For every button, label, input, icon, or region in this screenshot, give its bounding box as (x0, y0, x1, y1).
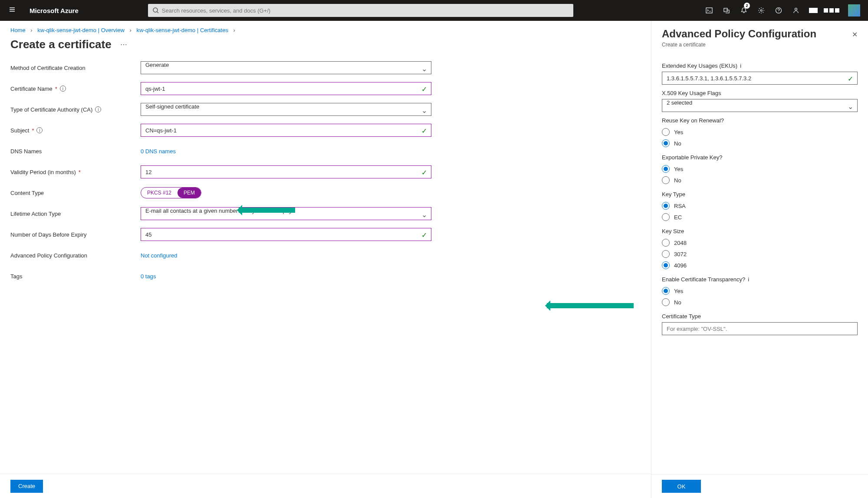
annotation-arrow-keysize (547, 303, 634, 308)
info-icon[interactable]: i (60, 86, 66, 92)
check-icon: ✓ (421, 85, 427, 93)
eku-input[interactable] (662, 72, 858, 85)
search-icon (152, 7, 159, 16)
panel-subtitle: Create a certificate (651, 42, 868, 54)
directories-icon[interactable] (718, 0, 735, 21)
panel-title: Advanced Policy Configuration (662, 28, 852, 40)
cloud-shell-icon[interactable] (700, 0, 718, 21)
certtype-label: Certificate Type (662, 313, 858, 320)
keysize-4096[interactable]: 4096 (662, 260, 858, 271)
eku-label: Extended Key Usages (EKUs)i (662, 63, 858, 69)
x509-select[interactable]: 2 selected (662, 99, 858, 112)
info-icon[interactable]: i (740, 63, 741, 69)
chevron-right-icon: › (233, 27, 235, 33)
check-icon: ✓ (421, 127, 427, 135)
certtype-input[interactable] (662, 322, 858, 335)
export-yes[interactable]: Yes (662, 163, 858, 175)
content-type-pkcs12[interactable]: PKCS #12 (141, 188, 178, 198)
info-icon[interactable]: i (95, 106, 101, 112)
chevron-right-icon: › (130, 27, 132, 33)
content-type-toggle[interactable]: PKCS #12 PEM (141, 187, 201, 198)
method-label: Method of Certificate Creation (10, 65, 141, 71)
adv-policy-link[interactable]: Not configured (141, 250, 178, 261)
help-icon[interactable] (770, 0, 787, 21)
content-type-label: Content Type (10, 190, 141, 196)
export-label: Exportable Private Key? (662, 154, 858, 161)
reuse-radio-group: Yes No (662, 126, 858, 149)
transparency-label: Enable Certificate Transparency?i (662, 276, 858, 283)
ok-button[interactable]: OK (662, 480, 701, 493)
create-button[interactable]: Create (10, 480, 43, 493)
ca-label: Type of Certificate Authority (CA)i (10, 106, 141, 113)
validity-label: Validity Period (in months)* (10, 169, 141, 175)
dns-names-link[interactable]: 0 DNS names (141, 145, 176, 157)
menu-icon (9, 6, 16, 13)
keytype-rsa[interactable]: RSA (662, 200, 858, 211)
chevron-right-icon: › (30, 27, 32, 33)
keytype-ec[interactable]: EC (662, 211, 858, 223)
keysize-2048[interactable]: 2048 (662, 237, 858, 248)
check-icon: ✓ (421, 168, 427, 177)
adv-policy-label: Advanced Policy Configuration (10, 252, 141, 259)
check-icon: ✓ (848, 75, 853, 83)
reuse-yes[interactable]: Yes (662, 126, 858, 138)
keytype-label: Key Type (662, 191, 858, 198)
export-radio-group: Yes No (662, 163, 858, 186)
days-input[interactable] (141, 228, 431, 241)
x509-label: X.509 Key Usage Flags (662, 90, 858, 96)
reuse-label: Reuse Key on Renewal? (662, 117, 858, 124)
hamburger-menu[interactable] (3, 6, 21, 15)
brand-label: Microsoft Azure (21, 7, 87, 14)
breadcrumb-home[interactable]: Home (10, 27, 26, 33)
annotation-arrow-content-type (239, 208, 295, 213)
content-type-pem[interactable]: PEM (178, 188, 201, 198)
more-actions[interactable]: ⋯ (120, 40, 127, 49)
svg-point-3 (760, 10, 762, 11)
ca-select[interactable]: Self-signed certificate (141, 103, 431, 116)
subject-input[interactable] (141, 124, 431, 137)
subject-label: Subject*i (10, 127, 141, 134)
notifications-icon[interactable]: 2 (735, 0, 753, 21)
info-icon[interactable]: i (748, 276, 749, 283)
feedback-icon[interactable] (787, 0, 805, 21)
notification-badge: 2 (744, 3, 750, 9)
keysize-radio-group: 2048 3072 4096 (662, 237, 858, 271)
breadcrumb-certificates[interactable]: kw-qlik-sense-jwt-demo | Certificates (136, 27, 228, 33)
export-no[interactable]: No (662, 175, 858, 186)
method-select[interactable]: Generate (141, 61, 431, 74)
cert-name-label: Certificate Name*i (10, 86, 141, 92)
svg-point-0 (153, 8, 158, 12)
dns-label: DNS Names (10, 148, 141, 155)
svg-point-5 (795, 8, 797, 10)
transparency-yes[interactable]: Yes (662, 285, 858, 297)
global-search-input[interactable] (148, 4, 573, 17)
avatar[interactable] (848, 4, 860, 16)
tags-label: Tags (10, 273, 141, 280)
keysize-label: Key Size (662, 228, 858, 234)
advanced-policy-panel: Advanced Policy Configuration ✕ Create a… (651, 21, 868, 498)
days-label: Number of Days Before Expiry (10, 231, 141, 238)
page-title: Create a certificate (10, 38, 112, 51)
lifetime-label: Lifetime Action Type (10, 211, 141, 217)
tags-link[interactable]: 0 tags (141, 270, 156, 282)
keytype-radio-group: RSA EC (662, 200, 858, 223)
account-placeholder (809, 8, 818, 13)
keysize-3072[interactable]: 3072 (662, 248, 858, 260)
cert-name-input[interactable] (141, 82, 431, 95)
close-icon[interactable]: ✕ (852, 28, 858, 39)
reuse-no[interactable]: No (662, 138, 858, 149)
window-controls (824, 8, 839, 13)
check-icon: ✓ (421, 231, 427, 239)
validity-input[interactable] (141, 165, 431, 178)
settings-icon[interactable] (753, 0, 770, 21)
svg-rect-1 (706, 8, 712, 13)
transparency-radio-group: Yes No (662, 285, 858, 308)
info-icon[interactable]: i (36, 127, 43, 133)
transparency-no[interactable]: No (662, 297, 858, 308)
breadcrumb-overview[interactable]: kw-qlik-sense-jwt-demo | Overview (37, 27, 125, 33)
